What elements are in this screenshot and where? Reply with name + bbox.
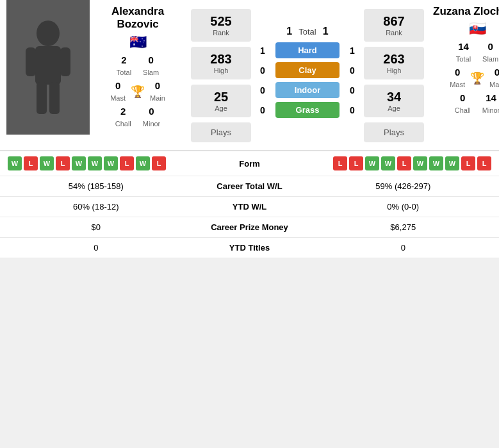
p2-form-badge: W: [381, 156, 395, 170]
player1-info: Alexandra Bozovic 🇦🇺 2 Total 0 Slam 0 Ma…: [90, 0, 186, 145]
player1-rank-box: 525 Rank: [191, 9, 251, 42]
player1-plays-box: Plays: [191, 122, 251, 142]
players-area: Alexandra Bozovic 🇦🇺 2 Total 0 Slam 0 Ma…: [0, 0, 499, 145]
form-row: WLWLWWWLWL Form LLWWLWWWLL: [0, 151, 499, 176]
player2-mast-val: 0: [455, 67, 460, 78]
player1-slam-cell: 0 Slam: [143, 54, 159, 78]
stat-p1-2: $0: [0, 222, 192, 232]
stat-p1-3: 0: [0, 243, 192, 253]
form-label: Form: [192, 159, 307, 169]
player1-total-val: 2: [121, 54, 126, 65]
stat-label-0: Career Total W/L: [192, 181, 307, 191]
hard-badge: Hard: [275, 42, 339, 58]
total-label: Total: [299, 27, 316, 37]
player1-photo: [6, 0, 90, 135]
stat-p2-1: 0% (0-0): [307, 202, 500, 212]
player2-info: Zuzana Zlochova 🇸🇰 14 Total 0 Slam 0 Mas…: [429, 0, 499, 145]
stat-p1-1: 60% (18-12): [0, 202, 192, 212]
svg-rect-1: [35, 46, 61, 85]
player1-slam-lbl: Slam: [143, 69, 159, 76]
player2-plays-lbl: Plays: [364, 128, 424, 137]
p1-form-badge: W: [8, 156, 22, 170]
player1-total-lbl: Total: [117, 69, 131, 76]
player2-name: Zuzana Zlochova: [433, 5, 499, 18]
player1-age-box: 25 Age: [191, 85, 251, 117]
hard-p1: 1: [256, 46, 269, 56]
stats-row: 54% (185-158) Career Total W/L 59% (426-…: [0, 176, 499, 197]
player1-total-cell: 2 Total: [117, 54, 131, 78]
player1-main-cell: 0 Main: [150, 80, 165, 103]
player2-chall-val: 0: [460, 92, 465, 103]
player2-plays-box: Plays: [364, 122, 424, 142]
indoor-row: 0 Indoor 0: [256, 82, 359, 98]
grass-p1: 0: [256, 105, 269, 115]
player2-slam-cell: 0 Slam: [482, 41, 498, 64]
clay-p1: 0: [256, 65, 269, 76]
player2-rank-box: 867 Rank: [364, 9, 424, 42]
player2-chall-lbl: Chall: [455, 106, 471, 114]
stat-p2-3: 0: [307, 243, 500, 253]
player1-rank-val: 525: [191, 14, 251, 29]
svg-rect-4: [37, 82, 47, 114]
stat-p2-0: 59% (426-297): [307, 181, 500, 191]
p1-form-badge: L: [24, 156, 38, 170]
player1-name: Alexandra Bozovic: [90, 5, 186, 31]
p1-form-badge: W: [104, 156, 118, 170]
player2-stats-row2: 0 Mast 🏆 0 Main: [450, 67, 499, 90]
player2-minor-cell: 14 Minor: [482, 92, 499, 115]
p1-form-badge: W: [72, 156, 86, 170]
indoor-badge: Indoor: [275, 82, 339, 98]
stat-p1-0: 54% (185-158): [0, 181, 192, 191]
svg-rect-3: [60, 47, 70, 76]
player2-minor-lbl: Minor: [482, 106, 499, 114]
player2-main-val: 0: [495, 67, 499, 78]
player2-main-cell: 0 Main: [489, 67, 499, 90]
player2-total-val: 14: [458, 41, 469, 52]
p1-form-badge: W: [88, 156, 102, 170]
player1-stats-row1: 2 Total 0 Slam: [117, 54, 159, 78]
p2-form-badge: W: [445, 156, 459, 170]
player2-stats-row3: 0 Chall 14 Minor: [455, 92, 499, 115]
stats-table: 54% (185-158) Career Total W/L 59% (426-…: [0, 176, 499, 258]
player1-rank-lbl: Rank: [191, 29, 251, 37]
player1-main-val: 0: [155, 80, 160, 91]
player1-high-box: 283 High: [191, 47, 251, 79]
player1-plays-lbl: Plays: [191, 128, 251, 137]
player1-chall-cell: 2 Chall: [115, 106, 131, 129]
player1-silhouette: [22, 19, 74, 115]
player1-mast-val: 0: [115, 80, 120, 91]
player2-stat-boxes: 867 Rank 263 High 34 Age Plays: [359, 6, 429, 145]
player2-age-val: 34: [364, 90, 424, 104]
player2-rank-lbl: Rank: [364, 29, 424, 37]
player2-flag: 🇸🇰: [469, 21, 486, 37]
player1-mast-cell: 0 Mast: [110, 80, 126, 103]
clay-p2: 0: [346, 65, 359, 76]
player2-slam-lbl: Slam: [482, 55, 498, 63]
stat-label-2: Career Prize Money: [192, 222, 307, 232]
player1-stats-row3: 2 Chall 0 Minor: [115, 106, 161, 129]
indoor-p1: 0: [256, 85, 269, 95]
hard-p2: 1: [346, 46, 359, 56]
player1-minor-val: 0: [149, 106, 154, 117]
total-p1: 1: [286, 26, 292, 37]
p1-form-badge: L: [56, 156, 70, 170]
p2-form-badge: W: [365, 156, 379, 170]
grass-p2: 0: [346, 105, 359, 115]
p2-form-badge: W: [413, 156, 427, 170]
player1-slam-val: 0: [148, 54, 153, 65]
p1-form-badge: W: [136, 156, 150, 170]
p2-form-badge: L: [397, 156, 411, 170]
player1-chall-val: 2: [120, 106, 126, 117]
player1-high-lbl: High: [191, 67, 251, 74]
player1-minor-lbl: Minor: [143, 120, 161, 128]
p2-form-badge: L: [349, 156, 363, 170]
stat-label-1: YTD W/L: [192, 202, 307, 212]
player2-trophy-icon: 🏆: [470, 71, 484, 85]
stat-label-3: YTD Titles: [192, 243, 307, 253]
player1-form-badges: WLWLWWWLWL: [8, 156, 192, 170]
grass-row: 0 Grass 0: [256, 102, 359, 118]
total-p2: 1: [323, 26, 329, 37]
player2-mast-lbl: Mast: [450, 81, 465, 88]
player2-slam-val: 0: [487, 41, 493, 52]
svg-rect-2: [26, 47, 36, 76]
